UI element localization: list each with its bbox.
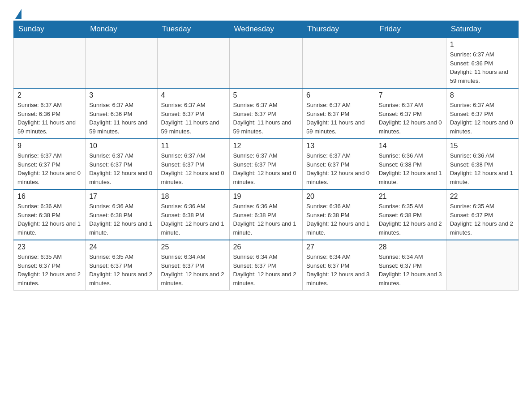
calendar-day-cell: 5Sunrise: 6:37 AM Sunset: 6:37 PM Daylig…	[229, 88, 303, 139]
day-info: Sunrise: 6:34 AM Sunset: 6:37 PM Dayligh…	[161, 253, 226, 287]
day-number: 7	[379, 91, 442, 99]
day-info: Sunrise: 6:37 AM Sunset: 6:37 PM Dayligh…	[306, 101, 371, 136]
calendar-day-cell: 22Sunrise: 6:35 AM Sunset: 6:37 PM Dayli…	[446, 189, 518, 240]
day-number: 17	[89, 193, 153, 201]
day-number: 10	[89, 142, 153, 150]
day-number: 21	[379, 193, 442, 201]
day-number: 19	[233, 193, 299, 201]
day-of-week-header: Tuesday	[157, 21, 229, 38]
calendar-day-cell: 4Sunrise: 6:37 AM Sunset: 6:37 PM Daylig…	[157, 88, 229, 139]
day-info: Sunrise: 6:35 AM Sunset: 6:37 PM Dayligh…	[450, 202, 515, 237]
page-header	[13, 9, 519, 16]
calendar-day-cell	[303, 38, 375, 88]
day-of-week-header: Friday	[375, 21, 446, 38]
day-number: 6	[306, 91, 371, 99]
day-info: Sunrise: 6:37 AM Sunset: 6:36 PM Dayligh…	[17, 101, 82, 136]
day-number: 27	[306, 243, 371, 251]
day-info: Sunrise: 6:37 AM Sunset: 6:37 PM Dayligh…	[450, 101, 515, 136]
calendar-table: SundayMondayTuesdayWednesdayThursdayFrid…	[13, 21, 519, 291]
day-number: 12	[233, 142, 299, 150]
day-info: Sunrise: 6:37 AM Sunset: 6:37 PM Dayligh…	[233, 151, 299, 186]
day-info: Sunrise: 6:37 AM Sunset: 6:36 PM Dayligh…	[89, 101, 153, 136]
day-number: 4	[161, 91, 226, 99]
day-number: 2	[17, 91, 82, 99]
day-number: 8	[450, 91, 515, 99]
calendar-day-cell: 17Sunrise: 6:36 AM Sunset: 6:38 PM Dayli…	[86, 189, 157, 240]
calendar-day-cell: 15Sunrise: 6:36 AM Sunset: 6:38 PM Dayli…	[446, 139, 518, 189]
day-number: 16	[17, 193, 82, 201]
calendar-day-cell	[157, 38, 229, 88]
calendar-day-cell: 18Sunrise: 6:36 AM Sunset: 6:38 PM Dayli…	[157, 189, 229, 240]
day-info: Sunrise: 6:36 AM Sunset: 6:38 PM Dayligh…	[233, 202, 299, 237]
calendar-day-cell: 26Sunrise: 6:34 AM Sunset: 6:37 PM Dayli…	[229, 240, 303, 291]
day-info: Sunrise: 6:37 AM Sunset: 6:37 PM Dayligh…	[89, 151, 153, 186]
day-info: Sunrise: 6:36 AM Sunset: 6:38 PM Dayligh…	[89, 202, 153, 237]
day-info: Sunrise: 6:35 AM Sunset: 6:37 PM Dayligh…	[17, 253, 82, 287]
calendar-day-cell: 12Sunrise: 6:37 AM Sunset: 6:37 PM Dayli…	[229, 139, 303, 189]
day-info: Sunrise: 6:34 AM Sunset: 6:37 PM Dayligh…	[379, 253, 442, 287]
day-number: 3	[89, 91, 153, 99]
day-number: 25	[161, 243, 226, 251]
day-info: Sunrise: 6:34 AM Sunset: 6:37 PM Dayligh…	[233, 253, 299, 287]
day-info: Sunrise: 6:35 AM Sunset: 6:37 PM Dayligh…	[89, 253, 153, 287]
calendar-week-row: 23Sunrise: 6:35 AM Sunset: 6:37 PM Dayli…	[14, 240, 519, 291]
calendar-week-row: 16Sunrise: 6:36 AM Sunset: 6:38 PM Dayli…	[14, 189, 519, 240]
logo	[13, 9, 21, 16]
calendar-day-cell: 8Sunrise: 6:37 AM Sunset: 6:37 PM Daylig…	[446, 88, 518, 139]
calendar-day-cell	[14, 38, 86, 88]
calendar-day-cell: 10Sunrise: 6:37 AM Sunset: 6:37 PM Dayli…	[86, 139, 157, 189]
calendar-day-cell: 2Sunrise: 6:37 AM Sunset: 6:36 PM Daylig…	[14, 88, 86, 139]
day-info: Sunrise: 6:37 AM Sunset: 6:36 PM Dayligh…	[450, 50, 515, 85]
calendar-day-cell: 7Sunrise: 6:37 AM Sunset: 6:37 PM Daylig…	[375, 88, 446, 139]
day-number: 14	[379, 142, 442, 150]
day-number: 23	[17, 243, 82, 251]
day-number: 28	[379, 243, 442, 251]
day-of-week-header: Saturday	[446, 21, 518, 38]
day-info: Sunrise: 6:37 AM Sunset: 6:37 PM Dayligh…	[161, 101, 226, 136]
calendar-day-cell: 27Sunrise: 6:34 AM Sunset: 6:37 PM Dayli…	[303, 240, 375, 291]
day-of-week-header: Monday	[86, 21, 157, 38]
calendar-day-cell: 23Sunrise: 6:35 AM Sunset: 6:37 PM Dayli…	[14, 240, 86, 291]
calendar-day-cell: 19Sunrise: 6:36 AM Sunset: 6:38 PM Dayli…	[229, 189, 303, 240]
calendar-day-cell: 25Sunrise: 6:34 AM Sunset: 6:37 PM Dayli…	[157, 240, 229, 291]
day-info: Sunrise: 6:37 AM Sunset: 6:37 PM Dayligh…	[17, 151, 82, 186]
day-of-week-header: Sunday	[14, 21, 86, 38]
day-number: 22	[450, 193, 515, 201]
day-info: Sunrise: 6:36 AM Sunset: 6:38 PM Dayligh…	[306, 202, 371, 237]
calendar-day-cell: 3Sunrise: 6:37 AM Sunset: 6:36 PM Daylig…	[86, 88, 157, 139]
calendar-day-cell: 16Sunrise: 6:36 AM Sunset: 6:38 PM Dayli…	[14, 189, 86, 240]
day-info: Sunrise: 6:36 AM Sunset: 6:38 PM Dayligh…	[17, 202, 82, 237]
calendar-day-cell: 14Sunrise: 6:36 AM Sunset: 6:38 PM Dayli…	[375, 139, 446, 189]
day-number: 15	[450, 142, 515, 150]
day-info: Sunrise: 6:37 AM Sunset: 6:37 PM Dayligh…	[306, 151, 371, 186]
day-number: 9	[17, 142, 82, 150]
calendar-day-cell: 9Sunrise: 6:37 AM Sunset: 6:37 PM Daylig…	[14, 139, 86, 189]
day-info: Sunrise: 6:36 AM Sunset: 6:38 PM Dayligh…	[161, 202, 226, 237]
day-number: 20	[306, 193, 371, 201]
calendar-day-cell: 21Sunrise: 6:35 AM Sunset: 6:38 PM Dayli…	[375, 189, 446, 240]
day-number: 26	[233, 243, 299, 251]
calendar-day-cell: 28Sunrise: 6:34 AM Sunset: 6:37 PM Dayli…	[375, 240, 446, 291]
day-number: 5	[233, 91, 299, 99]
calendar-day-cell: 11Sunrise: 6:37 AM Sunset: 6:37 PM Dayli…	[157, 139, 229, 189]
calendar-day-cell: 24Sunrise: 6:35 AM Sunset: 6:37 PM Dayli…	[86, 240, 157, 291]
calendar-header-row: SundayMondayTuesdayWednesdayThursdayFrid…	[14, 21, 519, 38]
day-number: 1	[450, 41, 515, 49]
day-info: Sunrise: 6:36 AM Sunset: 6:38 PM Dayligh…	[450, 151, 515, 186]
calendar-day-cell	[446, 240, 518, 291]
calendar-day-cell: 20Sunrise: 6:36 AM Sunset: 6:38 PM Dayli…	[303, 189, 375, 240]
day-number: 13	[306, 142, 371, 150]
day-info: Sunrise: 6:35 AM Sunset: 6:38 PM Dayligh…	[379, 202, 442, 237]
day-info: Sunrise: 6:37 AM Sunset: 6:37 PM Dayligh…	[379, 101, 442, 136]
day-number: 24	[89, 243, 153, 251]
day-info: Sunrise: 6:34 AM Sunset: 6:37 PM Dayligh…	[306, 253, 371, 287]
calendar-day-cell	[86, 38, 157, 88]
day-info: Sunrise: 6:37 AM Sunset: 6:37 PM Dayligh…	[233, 101, 299, 136]
calendar-day-cell	[375, 38, 446, 88]
calendar-day-cell: 1Sunrise: 6:37 AM Sunset: 6:36 PM Daylig…	[446, 38, 518, 88]
day-number: 11	[161, 142, 226, 150]
calendar-day-cell: 6Sunrise: 6:37 AM Sunset: 6:37 PM Daylig…	[303, 88, 375, 139]
day-of-week-header: Wednesday	[229, 21, 303, 38]
day-of-week-header: Thursday	[303, 21, 375, 38]
calendar-week-row: 2Sunrise: 6:37 AM Sunset: 6:36 PM Daylig…	[14, 88, 519, 139]
